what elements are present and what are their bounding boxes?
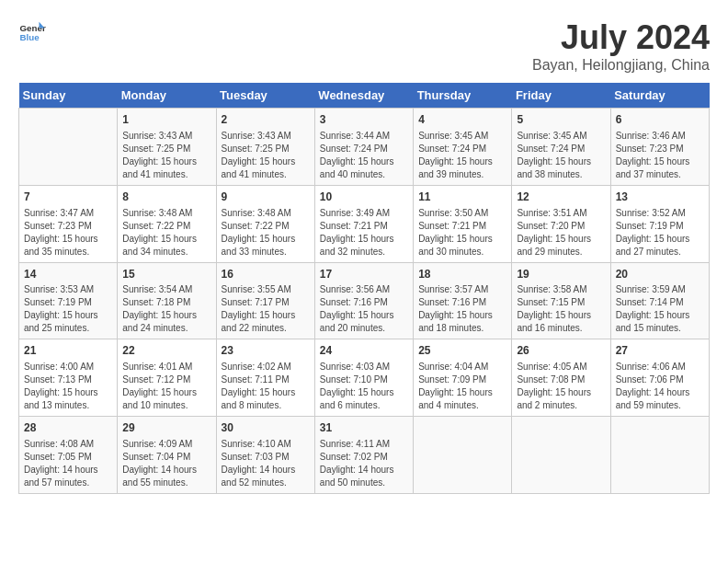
day-number: 30 [222, 420, 310, 436]
calendar-cell [512, 417, 610, 494]
page-header: General Blue July 2024 Bayan, Heilongjia… [18, 18, 710, 74]
day-info: Sunrise: 3:45 AM Sunset: 7:24 PM Dayligh… [418, 130, 506, 181]
title-section: July 2024 Bayan, Heilongjiang, China [532, 18, 710, 74]
calendar-cell: 25Sunrise: 4:04 AM Sunset: 7:09 PM Dayli… [414, 339, 512, 417]
day-info: Sunrise: 3:52 AM Sunset: 7:19 PM Dayligh… [616, 207, 704, 259]
day-number: 20 [616, 267, 704, 282]
calendar-cell: 30Sunrise: 4:10 AM Sunset: 7:03 PM Dayli… [216, 417, 314, 494]
day-info: Sunrise: 3:57 AM Sunset: 7:16 PM Dayligh… [418, 283, 506, 335]
page-subtitle: Bayan, Heilongjiang, China [532, 57, 710, 74]
day-number: 18 [418, 267, 506, 282]
calendar-cell: 1Sunrise: 3:43 AM Sunset: 7:25 PM Daylig… [118, 109, 216, 186]
day-info: Sunrise: 4:03 AM Sunset: 7:10 PM Dayligh… [320, 361, 408, 412]
calendar-cell: 9Sunrise: 3:48 AM Sunset: 7:22 PM Daylig… [216, 185, 314, 262]
weekday-header-row: SundayMondayTuesdayWednesdayThursdayFrid… [19, 83, 710, 109]
day-info: Sunrise: 4:11 AM Sunset: 7:02 PM Dayligh… [320, 438, 408, 489]
calendar-week-row: 7Sunrise: 3:47 AM Sunset: 7:23 PM Daylig… [19, 185, 710, 262]
calendar-table: SundayMondayTuesdayWednesdayThursdayFrid… [18, 83, 710, 494]
day-number: 2 [222, 112, 310, 128]
day-number: 11 [418, 190, 506, 205]
calendar-cell: 14Sunrise: 3:53 AM Sunset: 7:19 PM Dayli… [19, 262, 118, 339]
calendar-cell: 15Sunrise: 3:54 AM Sunset: 7:18 PM Dayli… [118, 262, 216, 339]
calendar-cell: 11Sunrise: 3:50 AM Sunset: 7:21 PM Dayli… [414, 185, 512, 262]
calendar-cell: 18Sunrise: 3:57 AM Sunset: 7:16 PM Dayli… [414, 262, 512, 339]
day-number: 28 [24, 420, 112, 436]
day-info: Sunrise: 4:02 AM Sunset: 7:11 PM Dayligh… [222, 361, 310, 412]
calendar-cell: 21Sunrise: 4:00 AM Sunset: 7:13 PM Dayli… [19, 339, 118, 417]
day-number: 19 [517, 267, 605, 282]
day-number: 31 [320, 420, 408, 436]
calendar-cell [610, 417, 709, 494]
calendar-cell [19, 109, 118, 186]
day-info: Sunrise: 3:43 AM Sunset: 7:25 PM Dayligh… [222, 130, 310, 181]
day-info: Sunrise: 3:59 AM Sunset: 7:14 PM Dayligh… [616, 283, 704, 335]
day-number: 27 [616, 343, 704, 359]
calendar-cell: 4Sunrise: 3:45 AM Sunset: 7:24 PM Daylig… [414, 109, 512, 186]
day-info: Sunrise: 3:44 AM Sunset: 7:24 PM Dayligh… [320, 130, 408, 181]
day-number: 4 [418, 112, 506, 128]
calendar-cell: 17Sunrise: 3:56 AM Sunset: 7:16 PM Dayli… [314, 262, 413, 339]
day-info: Sunrise: 3:48 AM Sunset: 7:22 PM Dayligh… [222, 207, 310, 259]
calendar-body: 1Sunrise: 3:43 AM Sunset: 7:25 PM Daylig… [19, 109, 710, 494]
day-info: Sunrise: 3:55 AM Sunset: 7:17 PM Dayligh… [222, 283, 310, 335]
calendar-cell: 26Sunrise: 4:05 AM Sunset: 7:08 PM Dayli… [512, 339, 610, 417]
day-number: 12 [517, 190, 605, 205]
day-info: Sunrise: 4:10 AM Sunset: 7:03 PM Dayligh… [222, 438, 310, 489]
weekday-header-monday: Monday [118, 83, 216, 109]
day-number: 29 [122, 420, 210, 436]
calendar-cell: 10Sunrise: 3:49 AM Sunset: 7:21 PM Dayli… [314, 185, 413, 262]
calendar-cell: 7Sunrise: 3:47 AM Sunset: 7:23 PM Daylig… [19, 185, 118, 262]
day-info: Sunrise: 4:00 AM Sunset: 7:13 PM Dayligh… [24, 361, 112, 412]
day-number: 16 [222, 267, 310, 282]
calendar-cell: 20Sunrise: 3:59 AM Sunset: 7:14 PM Dayli… [610, 262, 709, 339]
day-number: 26 [517, 343, 605, 359]
calendar-cell: 23Sunrise: 4:02 AM Sunset: 7:11 PM Dayli… [216, 339, 314, 417]
calendar-week-row: 14Sunrise: 3:53 AM Sunset: 7:19 PM Dayli… [19, 262, 710, 339]
calendar-cell: 29Sunrise: 4:09 AM Sunset: 7:04 PM Dayli… [118, 417, 216, 494]
weekday-header-saturday: Saturday [610, 83, 709, 109]
calendar-cell: 8Sunrise: 3:48 AM Sunset: 7:22 PM Daylig… [118, 185, 216, 262]
logo: General Blue [18, 18, 46, 46]
day-info: Sunrise: 4:01 AM Sunset: 7:12 PM Dayligh… [122, 361, 210, 412]
day-number: 22 [122, 343, 210, 359]
day-info: Sunrise: 3:56 AM Sunset: 7:16 PM Dayligh… [320, 283, 408, 335]
calendar-cell: 28Sunrise: 4:08 AM Sunset: 7:05 PM Dayli… [19, 417, 118, 494]
weekday-header-thursday: Thursday [414, 83, 512, 109]
day-info: Sunrise: 3:48 AM Sunset: 7:22 PM Dayligh… [122, 207, 210, 259]
calendar-cell: 6Sunrise: 3:46 AM Sunset: 7:23 PM Daylig… [610, 109, 709, 186]
weekday-header-sunday: Sunday [19, 83, 118, 109]
day-number: 21 [24, 343, 112, 359]
calendar-cell: 3Sunrise: 3:44 AM Sunset: 7:24 PM Daylig… [314, 109, 413, 186]
day-info: Sunrise: 3:58 AM Sunset: 7:15 PM Dayligh… [517, 283, 605, 335]
page-title: July 2024 [532, 18, 710, 57]
day-number: 23 [222, 343, 310, 359]
day-number: 17 [320, 267, 408, 282]
svg-text:Blue: Blue [20, 32, 40, 42]
calendar-cell: 22Sunrise: 4:01 AM Sunset: 7:12 PM Dayli… [118, 339, 216, 417]
calendar-cell: 19Sunrise: 3:58 AM Sunset: 7:15 PM Dayli… [512, 262, 610, 339]
day-info: Sunrise: 3:43 AM Sunset: 7:25 PM Dayligh… [122, 130, 210, 181]
calendar-header: SundayMondayTuesdayWednesdayThursdayFrid… [19, 83, 710, 109]
weekday-header-wednesday: Wednesday [314, 83, 413, 109]
day-number: 24 [320, 343, 408, 359]
day-number: 25 [418, 343, 506, 359]
logo-icon: General Blue [18, 18, 46, 46]
calendar-week-row: 1Sunrise: 3:43 AM Sunset: 7:25 PM Daylig… [19, 109, 710, 186]
calendar-cell: 16Sunrise: 3:55 AM Sunset: 7:17 PM Dayli… [216, 262, 314, 339]
weekday-header-friday: Friday [512, 83, 610, 109]
calendar-cell: 31Sunrise: 4:11 AM Sunset: 7:02 PM Dayli… [314, 417, 413, 494]
day-info: Sunrise: 3:49 AM Sunset: 7:21 PM Dayligh… [320, 207, 408, 259]
calendar-cell: 13Sunrise: 3:52 AM Sunset: 7:19 PM Dayli… [610, 185, 709, 262]
day-number: 3 [320, 112, 408, 128]
day-number: 10 [320, 190, 408, 205]
day-number: 8 [122, 190, 210, 205]
weekday-header-tuesday: Tuesday [216, 83, 314, 109]
day-info: Sunrise: 3:53 AM Sunset: 7:19 PM Dayligh… [24, 283, 112, 335]
day-number: 7 [24, 190, 112, 205]
day-info: Sunrise: 4:06 AM Sunset: 7:06 PM Dayligh… [616, 361, 704, 412]
calendar-week-row: 28Sunrise: 4:08 AM Sunset: 7:05 PM Dayli… [19, 417, 710, 494]
calendar-cell: 24Sunrise: 4:03 AM Sunset: 7:10 PM Dayli… [314, 339, 413, 417]
day-number: 14 [24, 267, 112, 282]
calendar-cell [414, 417, 512, 494]
calendar-cell: 12Sunrise: 3:51 AM Sunset: 7:20 PM Dayli… [512, 185, 610, 262]
